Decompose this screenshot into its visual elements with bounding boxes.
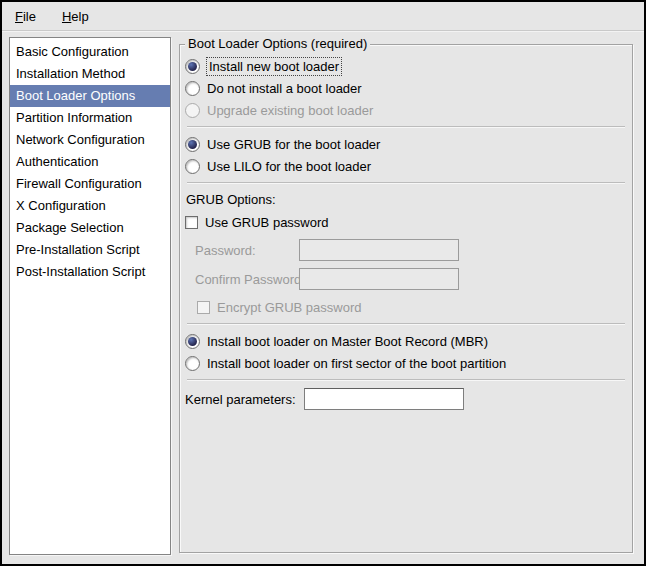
menu-file[interactable]: File: [8, 6, 43, 27]
separator: [187, 126, 625, 128]
kickstart-configurator-window: File Help Basic Configuration Installati…: [0, 0, 646, 566]
radio-do-not-install-boot-loader-icon[interactable]: [185, 81, 200, 96]
checkbox-encrypt-grub-password-icon: [197, 301, 210, 314]
radio-install-new-boot-loader-icon[interactable]: [185, 59, 200, 74]
menu-help[interactable]: Help: [55, 6, 96, 27]
radio-install-on-mbr-label: Install boot loader on Master Boot Recor…: [207, 334, 488, 349]
radio-install-on-first-sector-icon[interactable]: [185, 356, 200, 371]
sidebar-item-post-installation-script[interactable]: Post-Installation Script: [10, 261, 170, 283]
separator: [187, 182, 625, 184]
radio-upgrade-existing-boot-loader-label: Upgrade existing boot loader: [207, 103, 373, 118]
boot-loader-options-frame: Boot Loader Options (required) Install n…: [179, 44, 633, 553]
radio-use-lilo-icon[interactable]: [185, 159, 200, 174]
checkbox-encrypt-grub-password-label: Encrypt GRUB password: [217, 300, 362, 315]
radio-do-not-install-boot-loader-label: Do not install a boot loader: [207, 81, 362, 96]
radio-row-do-not-install-boot-loader[interactable]: Do not install a boot loader: [185, 77, 627, 99]
radio-row-install-new-boot-loader[interactable]: Install new boot loader: [185, 55, 627, 77]
separator: [187, 323, 625, 325]
sidebar-item-boot-loader-options[interactable]: Boot Loader Options: [10, 85, 170, 107]
confirm-password-field: [299, 268, 459, 290]
frame-title: Boot Loader Options (required): [185, 36, 370, 51]
checkbox-row-use-grub-password[interactable]: Use GRUB password: [185, 211, 627, 233]
section-list: Basic Configuration Installation Method …: [9, 37, 171, 555]
radio-upgrade-existing-boot-loader-icon: [185, 103, 200, 118]
radio-use-lilo-label: Use LILO for the boot loader: [207, 159, 371, 174]
checkbox-use-grub-password-icon[interactable]: [185, 216, 198, 229]
menu-bar: File Help: [2, 2, 644, 31]
password-row: Password:: [195, 238, 627, 262]
confirm-password-row: Confirm Password:: [195, 267, 627, 291]
checkbox-row-encrypt-grub-password: Encrypt GRUB password: [197, 296, 627, 318]
confirm-password-label: Confirm Password:: [195, 272, 299, 287]
radio-use-grub-label: Use GRUB for the boot loader: [207, 137, 380, 152]
sidebar-item-authentication[interactable]: Authentication: [10, 151, 170, 173]
sidebar-item-installation-method[interactable]: Installation Method: [10, 63, 170, 85]
radio-row-upgrade-existing-boot-loader: Upgrade existing boot loader: [185, 99, 627, 121]
separator: [187, 379, 625, 381]
radio-row-use-lilo[interactable]: Use LILO for the boot loader: [185, 155, 627, 177]
sidebar-item-basic-configuration[interactable]: Basic Configuration: [10, 41, 170, 63]
sidebar-item-partition-information[interactable]: Partition Information: [10, 107, 170, 129]
radio-install-on-mbr-icon[interactable]: [185, 334, 200, 349]
grub-options-heading: GRUB Options:: [185, 189, 627, 211]
checkbox-use-grub-password-label: Use GRUB password: [205, 215, 329, 230]
sidebar-item-x-configuration[interactable]: X Configuration: [10, 195, 170, 217]
radio-install-new-boot-loader-label: Install new boot loader: [207, 58, 341, 75]
sidebar-item-network-configuration[interactable]: Network Configuration: [10, 129, 170, 151]
main-area: Basic Configuration Installation Method …: [2, 31, 644, 564]
radio-use-grub-icon[interactable]: [185, 137, 200, 152]
sidebar-item-package-selection[interactable]: Package Selection: [10, 217, 170, 239]
kernel-parameters-label: Kernel parameters:: [185, 392, 296, 407]
radio-row-install-on-first-sector[interactable]: Install boot loader on first sector of t…: [185, 352, 627, 374]
sidebar-item-pre-installation-script[interactable]: Pre-Installation Script: [10, 239, 170, 261]
radio-install-on-first-sector-label: Install boot loader on first sector of t…: [207, 356, 506, 371]
radio-row-use-grub[interactable]: Use GRUB for the boot loader: [185, 133, 627, 155]
password-label: Password:: [195, 243, 299, 258]
kernel-parameters-field[interactable]: [304, 388, 464, 410]
sidebar-item-firewall-configuration[interactable]: Firewall Configuration: [10, 173, 170, 195]
frame-content: Install new boot loader Do not install a…: [180, 45, 632, 411]
radio-row-install-on-mbr[interactable]: Install boot loader on Master Boot Recor…: [185, 330, 627, 352]
kernel-parameters-row: Kernel parameters:: [185, 387, 627, 411]
password-field: [299, 239, 459, 261]
